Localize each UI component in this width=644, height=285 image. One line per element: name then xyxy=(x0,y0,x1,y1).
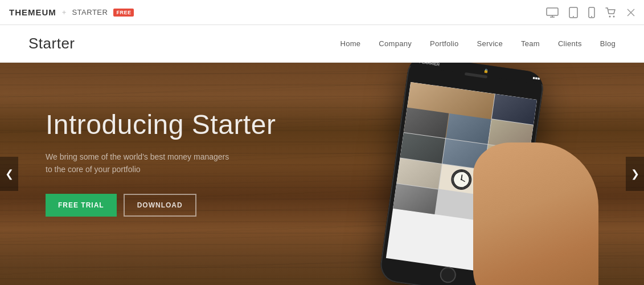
close-icon[interactable] xyxy=(627,9,635,17)
hero-title: Introducing Starter xyxy=(46,108,276,141)
hero-section: Introducing Starter We bring some of the… xyxy=(0,63,644,285)
phone-home-button xyxy=(439,266,457,284)
nav-links: Home Company Portfolio Service Team Clie… xyxy=(340,39,616,48)
tab-label[interactable]: STARTER xyxy=(72,8,108,17)
phone-mockup: ●●● CARRIER 🔒 ■■■ xyxy=(376,63,593,285)
top-bar: THEMEUM + STARTER FREE xyxy=(0,0,644,25)
hero-content: Introducing Starter We bring some of the… xyxy=(46,108,276,217)
cart-icon[interactable] xyxy=(605,7,617,18)
hero-subtitle: We bring some of the world's best money … xyxy=(46,150,276,176)
mobile-icon[interactable] xyxy=(588,7,595,18)
top-bar-left: THEMEUM + STARTER FREE xyxy=(9,7,134,17)
clock xyxy=(450,168,473,192)
brand-name: THEMEUM xyxy=(9,7,56,17)
top-bar-right xyxy=(546,7,635,18)
tablet-icon[interactable] xyxy=(569,7,578,18)
svg-point-8 xyxy=(613,15,615,17)
site-logo: Starter xyxy=(28,35,142,52)
free-trial-button[interactable]: FREE TRIAL xyxy=(46,194,117,217)
nav-bar: Starter Home Company Portfolio Service T… xyxy=(0,25,644,63)
desktop-icon[interactable] xyxy=(546,7,559,18)
photo-cell xyxy=(393,184,438,214)
svg-point-7 xyxy=(609,15,611,17)
svg-point-4 xyxy=(573,16,574,17)
svg-point-6 xyxy=(591,16,592,17)
download-button[interactable]: DOWNLOAD xyxy=(124,194,196,217)
nav-company[interactable]: Company xyxy=(379,39,412,48)
nav-service[interactable]: Service xyxy=(477,39,502,48)
nav-home[interactable]: Home xyxy=(340,39,360,48)
separator: + xyxy=(62,8,67,17)
hero-buttons: FREE TRIAL DOWNLOAD xyxy=(46,194,276,217)
nav-portfolio[interactable]: Portfolio xyxy=(430,39,458,48)
hero-prev-arrow[interactable]: ❮ xyxy=(0,157,18,191)
hand-image xyxy=(473,142,598,285)
nav-blog[interactable]: Blog xyxy=(600,39,616,48)
hero-next-arrow[interactable]: ❯ xyxy=(626,157,644,191)
free-badge: FREE xyxy=(113,9,134,17)
nav-clients[interactable]: Clients xyxy=(558,39,582,48)
svg-rect-0 xyxy=(547,8,558,15)
nav-team[interactable]: Team xyxy=(521,39,540,48)
